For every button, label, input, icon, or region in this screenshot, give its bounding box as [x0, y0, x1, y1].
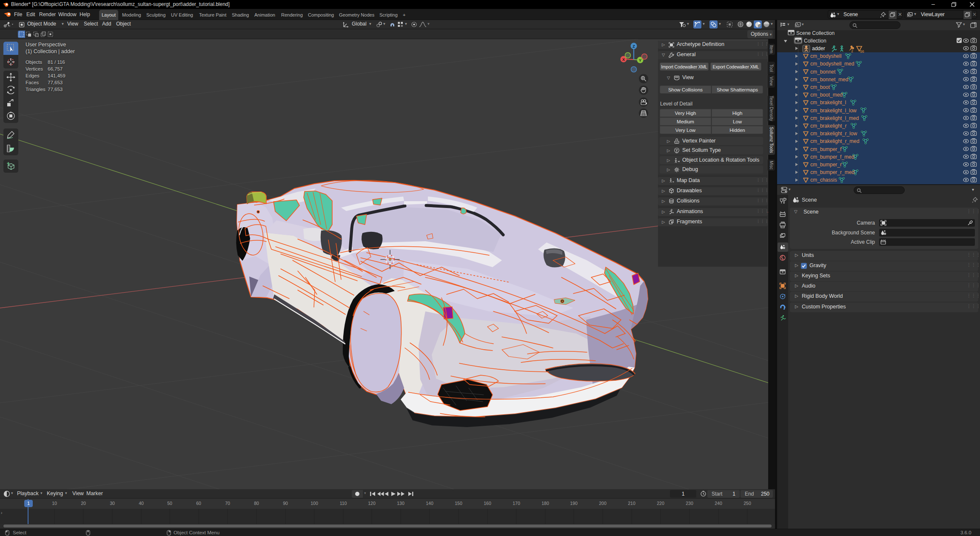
- svg-text:170: 170: [513, 501, 520, 506]
- svg-text:50: 50: [167, 501, 172, 506]
- svg-text:150: 150: [455, 501, 462, 506]
- svg-text:130: 130: [397, 501, 405, 506]
- svg-text:10: 10: [52, 501, 57, 506]
- svg-text:30: 30: [110, 501, 115, 506]
- svg-text:100: 100: [311, 501, 318, 506]
- svg-text:90: 90: [283, 501, 288, 506]
- svg-text:70: 70: [225, 501, 230, 506]
- svg-text:160: 160: [484, 501, 491, 506]
- svg-text:140: 140: [426, 501, 433, 506]
- svg-text:190: 190: [570, 501, 578, 506]
- svg-text:Z: Z: [632, 44, 635, 48]
- svg-text:210: 210: [628, 501, 635, 506]
- svg-text:220: 220: [657, 501, 664, 506]
- svg-text:180: 180: [541, 501, 549, 506]
- svg-text:X: X: [622, 57, 625, 62]
- svg-text:110: 110: [340, 501, 347, 506]
- svg-text:240: 240: [715, 501, 722, 506]
- svg-text:20: 20: [81, 501, 86, 506]
- svg-text:40: 40: [139, 501, 144, 506]
- svg-text:250: 250: [744, 501, 751, 506]
- svg-text:230: 230: [686, 501, 693, 506]
- svg-text:200: 200: [599, 501, 607, 506]
- svg-text:80: 80: [254, 501, 259, 506]
- svg-text:Y: Y: [639, 58, 641, 63]
- svg-text:60: 60: [196, 501, 201, 506]
- svg-text:120: 120: [368, 501, 376, 506]
